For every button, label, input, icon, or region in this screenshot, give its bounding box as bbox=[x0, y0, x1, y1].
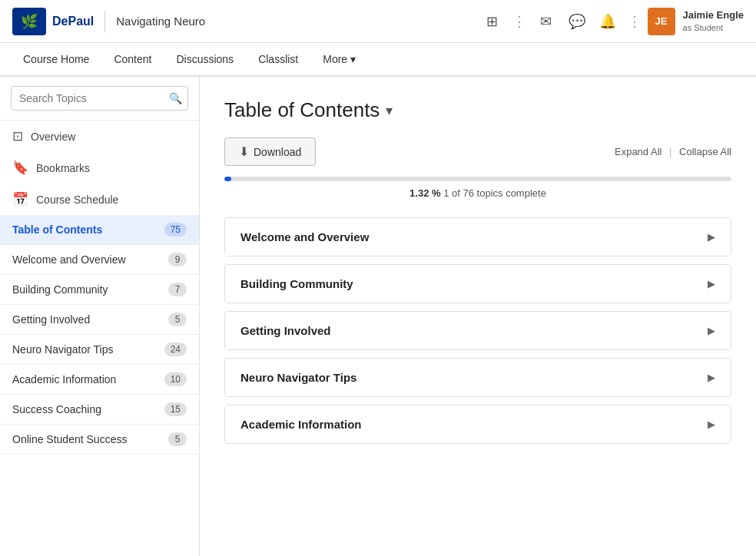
sidebar-toc-label: Welcome and Overview bbox=[12, 253, 126, 266]
grid-icon: ⊞ bbox=[486, 13, 498, 30]
top-navbar: 🌿 DePaul Navigating Neuro ⊞ ⋮ ✉ 💬 🔔 ⋮ JE… bbox=[0, 0, 756, 43]
search-icon: 🔍 bbox=[169, 92, 182, 104]
progress-bar-track bbox=[224, 177, 731, 181]
depaul-name: DePaul bbox=[52, 15, 94, 28]
sidebar-toc-item[interactable]: Getting Involved 5 bbox=[0, 305, 199, 335]
toc-section-arrow: ▶ bbox=[708, 231, 715, 243]
toc-sections: Welcome and Overview ▶ Building Communit… bbox=[224, 217, 731, 444]
sidebar-toc-label: Table of Contents bbox=[12, 223, 102, 236]
collapse-all-link[interactable]: Collapse All bbox=[679, 146, 731, 157]
toc-section-arrow: ▶ bbox=[708, 278, 715, 290]
nav-more[interactable]: More ▾ bbox=[312, 45, 366, 75]
toc-header: Table of Contents ▾ bbox=[224, 98, 731, 122]
bookmarks-label: Bookmarks bbox=[36, 162, 90, 174]
bell-button[interactable]: 🔔 bbox=[594, 8, 622, 35]
sidebar-overview[interactable]: ⊡ Overview bbox=[0, 121, 199, 152]
toc-section-header[interactable]: Welcome and Overview ▶ bbox=[225, 218, 731, 256]
schedule-label: Course Schedule bbox=[36, 194, 118, 206]
progress-bar-fill bbox=[224, 177, 231, 181]
progress-percent: 1.32 % bbox=[410, 187, 440, 199]
user-name: Jaimie Engle bbox=[683, 9, 744, 22]
nav-right-area: ⊞ ⋮ ✉ 💬 🔔 ⋮ JE Jaimie Engle as Student bbox=[479, 8, 744, 35]
expand-all-link[interactable]: Expand All bbox=[615, 146, 662, 157]
sidebar-toc-item[interactable]: Academic Information 10 bbox=[0, 365, 199, 395]
mail-icon: ✉ bbox=[540, 13, 552, 30]
sidebar-toc-item[interactable]: Table of Contents 75 bbox=[0, 215, 199, 245]
toc-section-header[interactable]: Neuro Navigator Tips ▶ bbox=[225, 359, 731, 396]
toc-section-title: Getting Involved bbox=[240, 324, 331, 337]
toc-section-title: Academic Information bbox=[240, 418, 362, 431]
sidebar-toc-item[interactable]: Neuro Navigator Tips 24 bbox=[0, 335, 199, 365]
sidebar-toc-label: Getting Involved bbox=[12, 313, 90, 326]
sidebar-schedule[interactable]: 📅 Course Schedule bbox=[0, 184, 199, 215]
search-input[interactable] bbox=[11, 86, 188, 111]
sidebar-toc-badge: 10 bbox=[164, 372, 187, 386]
toc-section-header[interactable]: Building Community ▶ bbox=[225, 265, 731, 303]
overview-label: Overview bbox=[31, 131, 75, 143]
toc-section-title: Welcome and Overview bbox=[240, 230, 369, 243]
chat-icon: 💬 bbox=[569, 13, 585, 30]
sidebar-toc-list: Table of Contents 75 Welcome and Overvie… bbox=[0, 215, 199, 455]
overview-icon: ⊡ bbox=[12, 128, 23, 144]
sidebar-toc-badge: 75 bbox=[164, 223, 187, 237]
page-title: Table of Contents bbox=[224, 98, 380, 122]
bell-icon: 🔔 bbox=[599, 13, 616, 30]
nav-course-home[interactable]: Course Home bbox=[12, 45, 100, 75]
sidebar-bookmarks[interactable]: 🔖 Bookmarks bbox=[0, 152, 199, 184]
toc-section-arrow: ▶ bbox=[708, 372, 715, 383]
user-role: as Student bbox=[683, 22, 744, 33]
download-label: Download bbox=[254, 146, 301, 158]
logo-icon: 🌿 bbox=[21, 13, 38, 30]
sidebar-toc-badge: 15 bbox=[164, 402, 187, 416]
progress-container: 1.32 % 1 of 76 topics complete bbox=[224, 177, 731, 199]
sidebar-toc-label: Academic Information bbox=[12, 373, 116, 386]
avatar[interactable]: JE bbox=[648, 8, 675, 35]
expand-collapse-controls: Expand All | Collapse All bbox=[615, 146, 731, 157]
download-icon: ⬇ bbox=[239, 144, 249, 159]
grid-button[interactable]: ⊞ bbox=[479, 8, 506, 35]
main-layout: 🔍 ⊡ Overview 🔖 Bookmarks 📅 Course Schedu… bbox=[0, 77, 756, 556]
toc-section: Getting Involved ▶ bbox=[224, 311, 731, 350]
toc-section: Welcome and Overview ▶ bbox=[224, 217, 731, 256]
divider: | bbox=[669, 146, 671, 157]
logo-area: 🌿 DePaul bbox=[12, 8, 94, 35]
sidebar-toc-item[interactable]: Welcome and Overview 9 bbox=[0, 245, 199, 275]
toc-section-header[interactable]: Getting Involved ▶ bbox=[225, 312, 731, 349]
nav-dots-2: ⋮ bbox=[625, 13, 645, 30]
nav-content[interactable]: Content bbox=[103, 45, 162, 75]
toc-section: Academic Information ▶ bbox=[224, 405, 731, 444]
progress-text: 1.32 % 1 of 76 topics complete bbox=[224, 187, 731, 199]
search-container: 🔍 bbox=[0, 77, 199, 121]
nav-divider bbox=[104, 11, 105, 32]
sidebar-toc-item[interactable]: Online Student Success 5 bbox=[0, 425, 199, 455]
toc-section-arrow: ▶ bbox=[708, 419, 715, 430]
sidebar: 🔍 ⊡ Overview 🔖 Bookmarks 📅 Course Schedu… bbox=[0, 77, 200, 556]
course-title: Navigating Neuro bbox=[116, 15, 205, 28]
sidebar-toc-item[interactable]: Building Community 7 bbox=[0, 275, 199, 305]
sidebar-toc-badge: 5 bbox=[168, 313, 187, 326]
sidebar-toc-label: Online Student Success bbox=[12, 433, 127, 445]
sidebar-toc-badge: 24 bbox=[164, 343, 187, 356]
toc-toolbar: ⬇ Download Expand All | Collapse All bbox=[224, 137, 731, 166]
depaul-logo[interactable]: 🌿 bbox=[12, 8, 46, 35]
download-button[interactable]: ⬇ Download bbox=[224, 137, 316, 166]
nav-classlist[interactable]: Classlist bbox=[247, 45, 309, 75]
chat-button[interactable]: 💬 bbox=[563, 8, 591, 35]
toc-section-header[interactable]: Academic Information ▶ bbox=[225, 405, 731, 443]
secondary-navbar: Course Home Content Discussions Classlis… bbox=[0, 43, 756, 77]
mail-button[interactable]: ✉ bbox=[532, 8, 560, 35]
main-content: Table of Contents ▾ ⬇ Download Expand Al… bbox=[200, 77, 756, 556]
sidebar-toc-item[interactable]: Success Coaching 15 bbox=[0, 395, 199, 425]
sidebar-toc-badge: 5 bbox=[168, 432, 187, 446]
toc-section-arrow: ▶ bbox=[708, 325, 715, 336]
sidebar-toc-label: Building Community bbox=[12, 283, 108, 296]
sidebar-toc-badge: 9 bbox=[168, 253, 187, 266]
toc-section-title: Neuro Navigator Tips bbox=[240, 371, 356, 384]
bookmarks-icon: 🔖 bbox=[12, 160, 28, 176]
nav-dots-divider: ⋮ bbox=[509, 13, 529, 30]
toc-section-title: Building Community bbox=[240, 277, 353, 290]
sidebar-toc-badge: 7 bbox=[168, 283, 187, 296]
toc-section: Building Community ▶ bbox=[224, 264, 731, 303]
nav-discussions[interactable]: Discussions bbox=[165, 45, 244, 75]
toc-dropdown-icon[interactable]: ▾ bbox=[386, 102, 393, 119]
